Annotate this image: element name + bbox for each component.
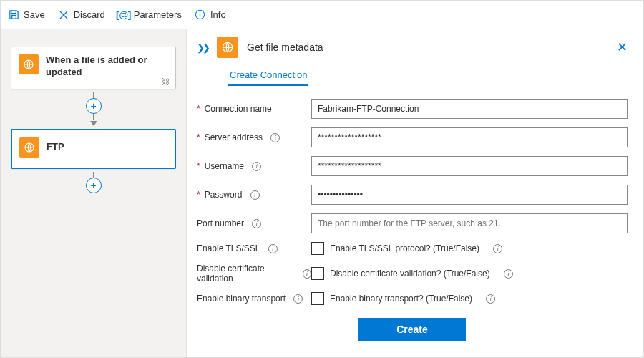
svg-point-1 (200, 12, 201, 14)
connector-2: + (11, 172, 176, 193)
username-input[interactable] (311, 156, 628, 176)
tls-checkbox[interactable] (311, 242, 324, 255)
close-icon[interactable]: ✕ (617, 39, 628, 55)
server-address-input[interactable] (311, 127, 628, 147)
password-input[interactable] (311, 185, 628, 205)
info-icon[interactable]: i (486, 294, 495, 304)
save-button[interactable]: Save (8, 9, 45, 21)
link-icon: ⛓ (162, 77, 170, 86)
info-icon[interactable]: i (504, 269, 513, 279)
info-button[interactable]: Info (195, 9, 226, 21)
info-icon[interactable]: i (250, 190, 260, 200)
panel-title: Get file metadata (247, 42, 323, 53)
panel-ftp-icon (217, 37, 238, 58)
port-input[interactable] (311, 213, 628, 233)
connector: + (11, 92, 176, 126)
svg-rect-2 (200, 14, 200, 17)
main: When a file is added or updated ⛓ + FTP … (1, 29, 643, 358)
panel-header: ❯❯ Get file metadata ✕ (197, 37, 628, 58)
arrow-icon (90, 121, 97, 126)
designer-canvas: When a file is added or updated ⛓ + FTP … (1, 29, 187, 358)
info-icon[interactable]: i (252, 219, 261, 228)
add-step-button-1[interactable]: + (86, 98, 102, 114)
save-icon (8, 9, 19, 21)
binary-check-label: Enable binary transport? (True/False) (330, 294, 472, 304)
trigger-node[interactable]: When a file is added or updated ⛓ (11, 47, 176, 90)
ftp-action-icon (19, 137, 39, 158)
label-username: *Username i (197, 161, 311, 171)
collapse-chevron-icon[interactable]: ❯❯ (197, 42, 208, 53)
trigger-title: When a file is added or updated (46, 54, 168, 79)
label-server-address: *Server address i (197, 132, 311, 142)
info-icon[interactable]: i (293, 294, 303, 304)
parameters-icon: [@] (118, 9, 130, 21)
discard-icon (58, 9, 69, 21)
info-icon[interactable]: i (270, 133, 280, 142)
tab-create-connection[interactable]: Create Connection (228, 65, 308, 86)
cert-check-label: Disable certificate validation? (True/Fa… (330, 268, 490, 279)
toolbar: Save Discard [@] Parameters Info (1, 1, 643, 29)
add-step-button-2[interactable]: + (86, 178, 102, 193)
label-binary: Enable binary transport i (197, 294, 311, 304)
label-port: Port number i (197, 218, 311, 228)
label-connection-name: *Connection name (197, 104, 311, 114)
tls-check-label: Enable TLS/SSL protocol? (True/False) (330, 243, 479, 253)
create-button[interactable]: Create (358, 318, 466, 341)
parameters-button[interactable]: [@] Parameters (118, 9, 182, 21)
binary-checkbox[interactable] (311, 292, 324, 305)
info-icon[interactable]: i (303, 269, 311, 279)
info-icon[interactable]: i (252, 162, 261, 171)
connection-name-input[interactable] (311, 99, 628, 119)
details-panel: ❯❯ Get file metadata ✕ Create Connection… (187, 29, 643, 358)
info-icon (195, 9, 206, 21)
cert-checkbox[interactable] (311, 267, 324, 280)
label-tls: Enable TLS/SSL i (197, 243, 311, 253)
discard-label: Discard (74, 9, 105, 20)
info-label: Info (210, 9, 226, 20)
ftp-trigger-icon (19, 54, 39, 74)
discard-button[interactable]: Discard (58, 9, 105, 21)
save-label: Save (24, 9, 45, 20)
action-node-ftp[interactable]: FTP (11, 129, 176, 169)
parameters-label: Parameters (134, 9, 182, 20)
label-cert: Disable certificate validation i (197, 263, 311, 284)
info-icon[interactable]: i (268, 244, 278, 253)
info-icon[interactable]: i (493, 244, 502, 253)
label-password: *Password i (197, 190, 311, 200)
action-title: FTP (47, 141, 64, 153)
